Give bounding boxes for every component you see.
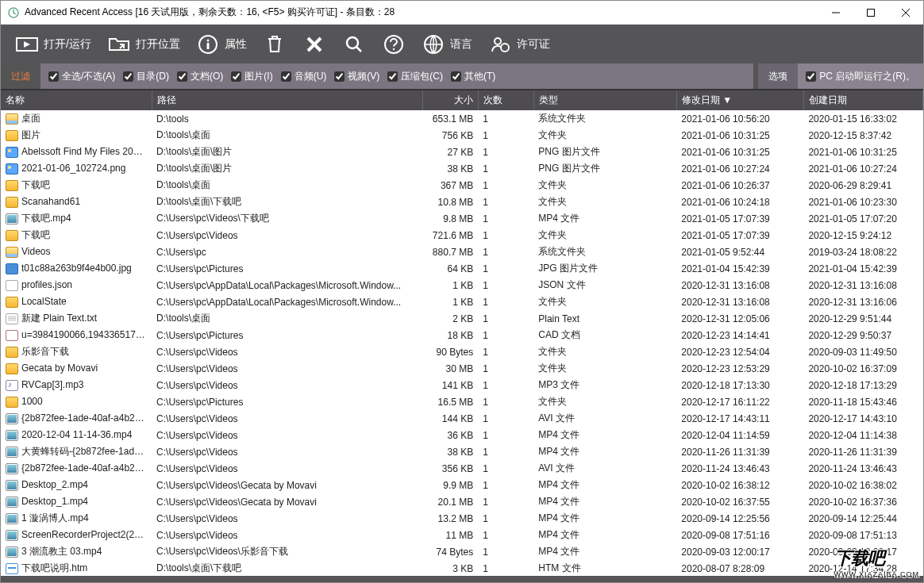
toolbar: 打开/运行 打开位置 属性 语言 许可证 [1,25,923,63]
file-icon [6,230,18,241]
col-name[interactable]: 名称 [1,90,152,110]
file-icon [6,547,18,558]
chk-other[interactable]: 其他(T) [451,70,495,83]
svg-rect-5 [206,43,209,49]
help-button[interactable] [375,29,412,59]
file-icon [6,563,18,574]
open-run-label: 打开/运行 [44,37,91,52]
titlebar: Advanced Recent Access [16 天试用版，剩余天数：16,… [1,1,923,25]
search-button[interactable] [336,29,372,59]
col-path[interactable]: 路径 [152,90,422,110]
file-icon [6,297,18,308]
maximize-button[interactable] [853,1,888,25]
close-button[interactable] [888,1,923,25]
table-row[interactable]: 桌面D:\tools653.1 MB1系统文件夹2021-01-06 10:56… [1,110,923,127]
open-run-icon [15,33,39,56]
svg-point-4 [206,39,209,41]
svg-point-11 [501,44,509,52]
file-icon [6,113,18,125]
table-row[interactable]: Scanahand61D:\tools\桌面\下载吧10.8 MB1文件夹202… [1,194,923,210]
svg-point-10 [495,38,501,44]
minimize-button[interactable] [818,1,853,25]
statusbar [1,576,923,582]
table-row[interactable]: 2021-01-06_102724.pngD:\tools\桌面\图片38 KB… [1,160,923,177]
col-type[interactable]: 类型 [533,90,676,110]
table-row[interactable]: {2b872fee-1ade-40af-a4b2-9f...C:\Users\p… [1,460,923,477]
chk-video[interactable]: 视频(V) [334,70,379,83]
table-row[interactable]: RVCap[3].mp3C:\Users\pc\Videos141 KB1MP3… [1,377,923,393]
table-row[interactable]: 2020-12-04 11-14-36.mp4C:\Users\pc\Video… [1,427,923,443]
table-row[interactable]: Abelssoft Find My Files 2019 1...D:\tool… [1,144,923,160]
table-row[interactable]: 下载吧C:\Users\pc\Videos721.6 MB1文件夹2021-01… [1,227,923,244]
file-icon [6,130,18,141]
file-icon [6,197,18,208]
chk-autostart[interactable]: PC 启动即运行之(R)。 [806,70,915,83]
file-icon [6,363,18,374]
chk-pic[interactable]: 图片(I) [231,70,272,83]
open-run-button[interactable]: 打开/运行 [9,29,98,59]
table-row[interactable]: LocalStateC:\Users\pc\AppData\Local\Pack… [1,293,923,310]
search-icon [342,33,366,56]
svg-rect-1 [868,9,875,16]
globe-icon [422,33,445,56]
chk-select-all[interactable]: 全选/不选(A) [48,70,115,83]
properties-label: 属性 [225,37,247,52]
chk-archive[interactable]: 压缩包(C) [387,70,443,83]
table-row[interactable]: profiles.jsonC:\Users\pc\AppData\Local\P… [1,277,923,293]
table-row[interactable]: 新建 Plain Text.txtD:\tools\桌面2 KB1Plain T… [1,310,923,327]
table-row[interactable]: u=3984190066,194336517&f...C:\Users\pc\P… [1,327,923,343]
language-button[interactable]: 语言 [415,29,479,59]
table-row[interactable]: 大黄蜂转码-{2b872fee-1ade-...C:\Users\pc\Vide… [1,443,923,460]
table-row[interactable]: Gecata by MovaviC:\Users\pc\Videos30 MB1… [1,360,923,377]
table-row[interactable]: 3 潮流教主 03.mp4C:\Users\pc\Videos\乐影音下载74 … [1,543,923,560]
close-x-icon [302,33,326,56]
table-row[interactable]: 下载吧D:\tools\桌面367 MB1文件夹2021-01-06 10:26… [1,177,923,194]
table-row[interactable]: {2b872fee-1ade-40af-a4b2-9f...C:\Users\p… [1,410,923,427]
col-size[interactable]: 大小 [422,90,478,110]
file-icon [6,447,18,458]
license-label: 许可证 [517,37,550,52]
recycle-button[interactable] [256,29,293,59]
watermark: 下载吧 WWW.XIAZAIBA.COM [834,547,920,578]
file-icon [6,263,18,274]
properties-button[interactable]: 属性 [190,29,253,59]
table-scroll[interactable]: 名称 路径 大小 次数 类型 修改日期 ▼ 创建日期 桌面D:\tools653… [1,90,923,576]
file-icon [6,480,18,491]
file-icon [6,147,18,158]
file-icon [6,347,18,358]
file-icon [6,463,18,474]
table-row[interactable]: VideosC:\Users\pc880.7 MB1系统文件夹2021-01-0… [1,244,923,260]
info-icon [196,33,220,56]
table-row[interactable]: 乐影音下载C:\Users\pc\Videos90 Bytes1文件夹2020-… [1,343,923,360]
filter-tab[interactable]: 过滤 [1,63,40,89]
table-row[interactable]: Desktop_2.mp4C:\Users\pc\Videos\Gecata b… [1,477,923,493]
col-count[interactable]: 次数 [478,90,533,110]
open-location-button[interactable]: 打开位置 [101,29,187,59]
options-tab[interactable]: 选项 [758,63,798,89]
window-title: Advanced Recent Access [16 天试用版，剩余天数：16,… [25,6,395,19]
file-icon [6,413,18,424]
chk-dir[interactable]: 目录(D) [123,70,169,83]
user-shield-icon [488,33,512,56]
file-table: 名称 路径 大小 次数 类型 修改日期 ▼ 创建日期 桌面D:\tools653… [1,90,923,576]
table-row[interactable]: Desktop_1.mp4C:\Users\pc\Videos\Gecata b… [1,493,923,510]
file-icon [6,163,18,175]
file-icon [6,430,18,441]
table-row[interactable]: ScreenRecorderProject2(2020...C:\Users\p… [1,527,923,543]
col-created[interactable]: 创建日期 [803,90,922,110]
table-row[interactable]: 下载吧.mp4C:\Users\pc\Videos\下载吧9.8 MB1MP4 … [1,210,923,227]
trash-icon [263,33,287,56]
help-icon [382,33,406,56]
file-icon [6,330,18,341]
license-button[interactable]: 许可证 [482,29,556,59]
table-row[interactable]: 图片D:\tools\桌面756 KB1文件夹2021-01-06 10:31:… [1,127,923,144]
file-icon [6,513,18,524]
table-row[interactable]: 1 漩涡博人.mp4C:\Users\pc\Videos13.2 MB1MP4 … [1,510,923,527]
table-row[interactable]: 下载吧说明.htmD:\tools\桌面\下载吧3 KB1HTM 文件2020-… [1,560,923,576]
table-row[interactable]: t01c88a263b9f4e4b00.jpgC:\Users\pc\Pictu… [1,260,923,277]
table-row[interactable]: 1000C:\Users\pc\Pictures16.5 MB1文件夹2020-… [1,393,923,410]
col-modified[interactable]: 修改日期 ▼ [676,90,803,110]
chk-audio[interactable]: 音频(U) [281,70,327,83]
chk-doc[interactable]: 文档(O) [177,70,223,83]
delete-button[interactable] [296,29,333,59]
